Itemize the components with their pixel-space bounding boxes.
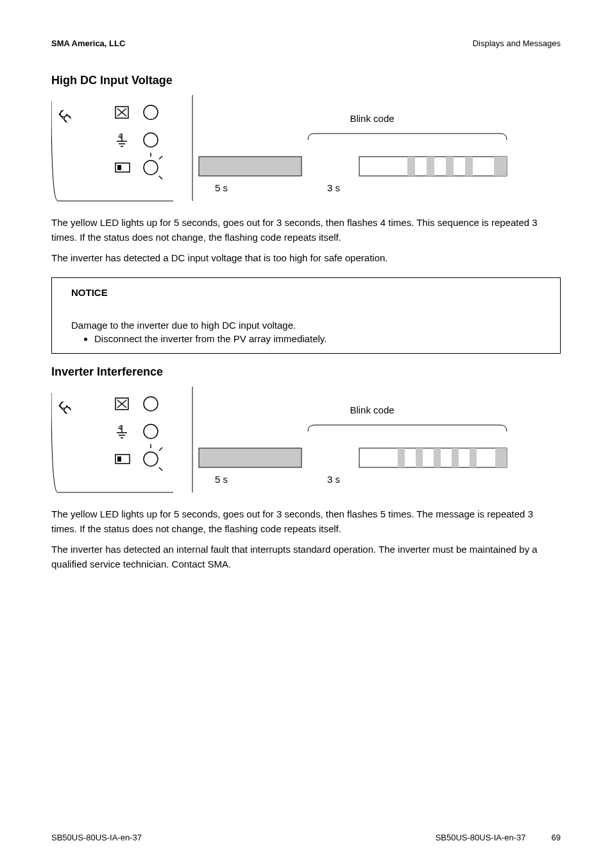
svg-rect-40 <box>117 456 121 462</box>
svg-line-43 <box>159 447 162 451</box>
svg-rect-46 <box>359 448 507 467</box>
svg-point-38 <box>144 424 158 438</box>
section1-heading: High DC Input Voltage <box>51 74 561 87</box>
section1-p1: The yellow LED lights up for 5 seconds, … <box>51 216 561 245</box>
svg-text:3 s: 3 s <box>327 182 340 193</box>
section2-p2: The inverter has detected an internal fa… <box>51 542 561 571</box>
blink-code-label: Blink code <box>350 113 394 124</box>
svg-text:5 s: 5 s <box>215 182 228 193</box>
svg-rect-49 <box>434 448 441 467</box>
svg-point-4 <box>144 105 158 119</box>
svg-rect-48 <box>416 448 423 467</box>
footer-left: SB50US-80US-IA-en-37 <box>51 833 142 842</box>
section1-p2: The inverter has detected a DC input vol… <box>51 251 561 266</box>
notice-box: NOTICE Damage to the inverter due to hig… <box>51 277 561 354</box>
svg-text:4: 4 <box>118 133 122 140</box>
svg-rect-50 <box>452 448 459 467</box>
svg-rect-52 <box>495 448 507 467</box>
svg-rect-51 <box>470 448 477 467</box>
svg-rect-47 <box>398 448 405 467</box>
footer-page: 69 <box>552 833 561 842</box>
section2-p1: The yellow LED lights up for 5 seconds, … <box>51 507 561 536</box>
svg-point-14 <box>144 161 158 175</box>
blink-code-label-2: Blink code <box>350 404 394 415</box>
svg-line-44 <box>159 467 162 471</box>
svg-text:3 s: 3 s <box>327 474 340 485</box>
section1-diagram: 4 Blink code 5 s <box>51 95 561 204</box>
footer-doc: SB50US-80US-IA-en-37 <box>436 833 526 842</box>
svg-rect-18 <box>199 157 302 176</box>
page-footer: SB50US-80US-IA-en-37 SB50US-80US-IA-en-3… <box>51 833 561 842</box>
svg-rect-45 <box>199 448 302 467</box>
header-right: Displays and Messages <box>473 39 561 48</box>
section2-diagram: 4 Blink code 5 s 3 s <box>51 386 561 496</box>
svg-line-16 <box>159 156 162 159</box>
section2-heading: Inverter Interference <box>51 365 561 379</box>
notice-title: NOTICE <box>71 287 550 298</box>
header-left: SMA America, LLC <box>51 39 125 48</box>
notice-bullet1: Disconnect the inverter from the PV arra… <box>94 333 550 344</box>
svg-text:5 s: 5 s <box>215 474 228 485</box>
svg-line-17 <box>159 176 162 179</box>
svg-rect-24 <box>494 157 507 176</box>
notice-bullet-list: Disconnect the inverter from the PV arra… <box>94 333 550 344</box>
svg-rect-23 <box>465 157 473 176</box>
svg-point-41 <box>144 452 158 466</box>
svg-rect-22 <box>446 157 454 176</box>
svg-point-11 <box>144 133 158 147</box>
document-page: SMA America, LLC Displays and Messages H… <box>0 0 612 868</box>
svg-rect-20 <box>407 157 415 176</box>
svg-text:4: 4 <box>118 424 122 431</box>
footer-right: SB50US-80US-IA-en-37 69 <box>436 833 561 842</box>
page-header: SMA America, LLC Displays and Messages <box>51 39 561 48</box>
svg-rect-13 <box>117 165 121 170</box>
svg-rect-21 <box>427 157 434 176</box>
notice-line1: Damage to the inverter due to high DC in… <box>71 317 550 334</box>
svg-point-31 <box>144 397 158 411</box>
